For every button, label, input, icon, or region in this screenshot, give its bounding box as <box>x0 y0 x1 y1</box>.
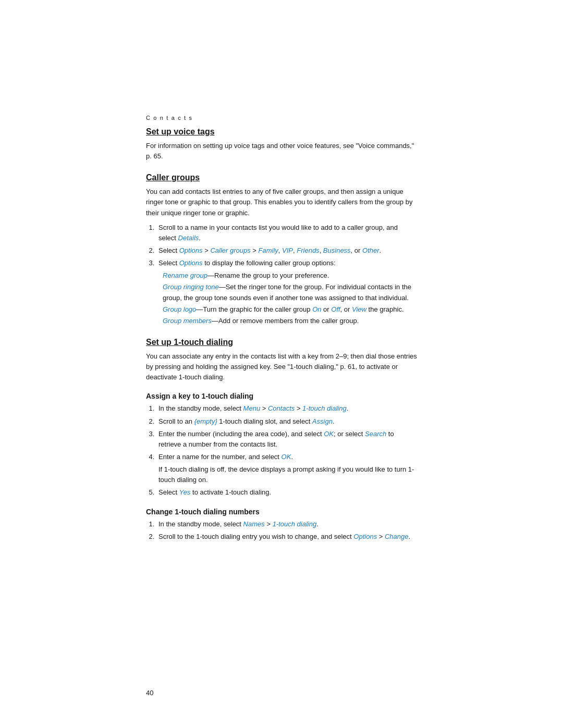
step3-text-before: Select <box>158 259 179 267</box>
search-link[interactable]: Search <box>365 430 386 438</box>
list-item: Enter the number (including the area cod… <box>156 429 417 450</box>
options-link-ct[interactable]: Options <box>353 533 377 540</box>
ct-step2-mid: > <box>377 533 385 540</box>
caller-groups-section: Caller groups You can add contacts list … <box>146 173 417 326</box>
names-link[interactable]: Names <box>243 520 265 528</box>
ct-step1-mid: > <box>265 520 273 528</box>
ak-step5-after: to activate 1-touch dialing. <box>190 488 271 496</box>
page: C o n t a c t s Set up voice tags For in… <box>0 0 563 728</box>
list-item: Enter a name for the number, and select … <box>156 452 417 485</box>
ak-step4-note: If 1-touch dialing is off, the device di… <box>158 464 417 485</box>
rename-group-text: —Rename the group to your preference. <box>207 272 329 279</box>
ct-step2-after: . <box>409 533 411 540</box>
business-link[interactable]: Business <box>323 246 351 254</box>
group-logo-text-mid2: , or <box>340 305 352 313</box>
friends-link[interactable]: Friends <box>297 246 319 254</box>
details-link[interactable]: Details <box>178 234 199 242</box>
step2-mid2: > <box>251 246 259 254</box>
step3-text-after: to display the following caller group op… <box>203 259 336 267</box>
list-item: In the standby mode, select Menu > Conta… <box>156 403 417 414</box>
caller-group-options: Rename group—Rename the group to your pr… <box>158 270 417 326</box>
list-item: Select Yes to activate 1-touch dialing. <box>156 487 417 498</box>
ct-step1-after: . <box>316 520 319 528</box>
change-1touch-heading: Change 1-touch dialing numbers <box>146 508 417 516</box>
off-link[interactable]: Off <box>331 305 340 313</box>
list-item: Scroll to an {empty} 1-touch dialing slo… <box>156 416 417 427</box>
ak-step2-before: Scroll to an <box>158 417 194 425</box>
change-1touch-steps: In the standby mode, select Names > 1-to… <box>156 519 417 542</box>
ct-step1-before: In the standby mode, select <box>158 520 243 528</box>
step2-mid6: , or <box>351 246 362 254</box>
step2-mid5: , <box>320 246 323 254</box>
ok-link-1[interactable]: OK <box>324 430 334 438</box>
ak-step1-mid1: > <box>260 404 268 412</box>
assign-key-heading: Assign a key to 1-touch dialing <box>146 392 417 400</box>
list-item: Select Options to display the following … <box>156 258 417 326</box>
ak-step1-after: . <box>347 404 349 412</box>
ak-step1-before: In the standby mode, select <box>158 404 243 412</box>
assign-key-steps: In the standby mode, select Menu > Conta… <box>156 403 417 498</box>
page-number: 40 <box>146 689 153 697</box>
step2-mid1: > <box>203 246 211 254</box>
set-up-voice-tags-section: Set up voice tags For information on set… <box>146 127 417 162</box>
group-members-link[interactable]: Group members <box>163 317 212 325</box>
list-item: Select Options > Caller groups > Family,… <box>156 245 417 256</box>
set-up-1touch-body: You can associate any entry in the conta… <box>146 351 417 382</box>
ak-step5-before: Select <box>158 488 179 496</box>
step2-after: . <box>380 246 382 254</box>
view-link[interactable]: View <box>352 305 366 313</box>
ak-step2-after: . <box>333 417 335 425</box>
family-link[interactable]: Family <box>259 246 278 254</box>
ak-step3-before: Enter the number (including the area cod… <box>158 430 324 438</box>
step1-text-after: . <box>199 234 201 242</box>
group-logo-text-before: —Turn the graphic for the caller group <box>196 305 312 313</box>
ak-step4-after: . <box>291 453 293 461</box>
group-logo-text-mid1: or <box>321 305 331 313</box>
option-ringing-tone: Group ringing tone—Set the ringer tone f… <box>158 282 417 303</box>
group-ringing-tone-link[interactable]: Group ringing tone <box>163 283 219 291</box>
rename-group-link[interactable]: Rename group <box>163 272 207 279</box>
change-link[interactable]: Change <box>385 533 409 540</box>
group-members-text: —Add or remove members from the caller g… <box>212 317 359 325</box>
1touch-dialing-link-1[interactable]: 1-touch dialing <box>302 404 347 412</box>
assign-key-section: Assign a key to 1-touch dialing In the s… <box>146 392 417 498</box>
list-item: In the standby mode, select Names > 1-to… <box>156 519 417 529</box>
caller-groups-heading: Caller groups <box>146 173 417 182</box>
vip-link[interactable]: VIP <box>282 246 293 254</box>
step2-mid3: , <box>278 246 282 254</box>
list-item: Scroll to the 1-touch dialing entry you … <box>156 532 417 542</box>
options-link-3[interactable]: Options <box>179 259 203 267</box>
list-item: Scroll to a name in your contacts list y… <box>156 223 417 243</box>
caller-groups-steps: Scroll to a name in your contacts list y… <box>156 223 417 326</box>
set-up-voice-tags-body: For information on setting up voice tags… <box>146 141 417 162</box>
group-logo-text-after: the graphic. <box>366 305 404 313</box>
ak-step4-before: Enter a name for the number, and select <box>158 453 282 461</box>
ok-link-2[interactable]: OK <box>282 453 291 461</box>
ak-step3-mid: ; or select <box>334 430 365 438</box>
options-link-2[interactable]: Options <box>179 246 203 254</box>
option-rename: Rename group—Rename the group to your pr… <box>158 270 417 281</box>
contacts-link[interactable]: Contacts <box>268 404 295 412</box>
ak-step2-mid: 1-touch dialing slot, and select <box>217 417 312 425</box>
caller-groups-link[interactable]: Caller groups <box>210 246 250 254</box>
step2-text-before: Select <box>158 246 179 254</box>
group-logo-link[interactable]: Group logo <box>163 305 196 313</box>
caller-groups-intro: You can add contacts list entries to any… <box>146 187 417 218</box>
set-up-1touch-heading: Set up 1-touch dialing <box>146 338 417 347</box>
1touch-dialing-link-2[interactable]: 1-touch dialing <box>273 520 317 528</box>
assign-link[interactable]: Assign <box>312 417 333 425</box>
option-logo: Group logo—Turn the graphic for the call… <box>158 304 417 315</box>
section-label: C o n t a c t s <box>146 115 417 121</box>
empty-link[interactable]: {empty} <box>194 417 217 425</box>
other-link[interactable]: Other <box>362 246 380 254</box>
ct-step2-before: Scroll to the 1-touch dialing entry you … <box>158 533 353 540</box>
set-up-1touch-section: Set up 1-touch dialing You can associate… <box>146 338 417 382</box>
ak-step1-mid2: > <box>295 404 302 412</box>
on-link[interactable]: On <box>312 305 321 313</box>
change-1touch-section: Change 1-touch dialing numbers In the st… <box>146 508 417 542</box>
set-up-voice-tags-heading: Set up voice tags <box>146 127 417 137</box>
yes-link[interactable]: Yes <box>179 488 191 496</box>
menu-link[interactable]: Menu <box>243 404 261 412</box>
option-members: Group members—Add or remove members from… <box>158 316 417 326</box>
